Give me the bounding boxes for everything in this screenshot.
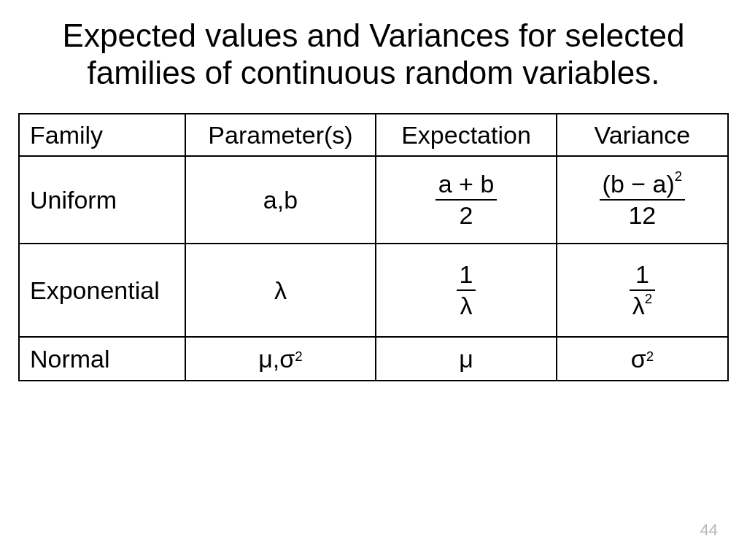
frac-num: a + b: [436, 171, 498, 198]
table-wrapper: Family Parameter(s) Expectation Variance…: [13, 113, 734, 381]
fraction: 1 λ2: [630, 262, 655, 319]
fraction: a + b 2: [436, 171, 498, 229]
cell-family: Uniform: [20, 157, 185, 243]
cell-variance: 1 λ2: [557, 244, 727, 336]
cell-expectation: μ: [376, 338, 555, 380]
header-variance: Variance: [557, 114, 727, 155]
cell-params: λ: [186, 244, 376, 336]
frac-bar: [600, 199, 686, 201]
slide: Expected values and Variances for select…: [0, 0, 747, 560]
cell-variance: σ2: [557, 338, 727, 380]
header-family: Family: [20, 114, 185, 155]
distribution-table: Family Parameter(s) Expectation Variance…: [18, 113, 729, 381]
table-row: Normal μ,σ2 μ σ2: [19, 337, 728, 381]
frac-num: 1: [632, 262, 652, 288]
frac-den: λ: [457, 293, 476, 319]
cell-expectation: 1 λ: [376, 244, 555, 336]
cell-variance: (b − a)2 12: [557, 157, 727, 243]
table-header-row: Family Parameter(s) Expectation Variance: [19, 114, 728, 156]
cell-expectation: a + b 2: [376, 157, 555, 243]
table-row: Exponential λ 1 λ 1 λ2: [19, 244, 728, 337]
frac-den: 12: [625, 203, 659, 229]
frac-num: (b − a)2: [600, 171, 686, 198]
frac-num: 1: [457, 262, 476, 288]
cell-family: Normal: [20, 338, 185, 380]
fraction: 1 λ: [457, 262, 476, 319]
frac-den: 2: [457, 203, 476, 229]
frac-den: λ2: [630, 293, 655, 319]
superscript: 2: [295, 349, 302, 365]
cell-family: Exponential: [20, 244, 185, 336]
superscript: 2: [675, 168, 682, 184]
cell-params: a,b: [186, 157, 376, 243]
frac-bar: [436, 199, 498, 201]
superscript: 2: [646, 349, 654, 365]
slide-number: 44: [700, 521, 718, 540]
table-row: Uniform a,b a + b 2 (b − a)2 12: [19, 156, 728, 244]
superscript: 2: [645, 291, 652, 306]
fraction: (b − a)2 12: [600, 171, 686, 229]
slide-title: Expected values and Variances for select…: [13, 18, 734, 91]
cell-params: μ,σ2: [186, 338, 376, 380]
frac-bar: [457, 289, 476, 291]
header-parameters: Parameter(s): [186, 114, 376, 155]
header-expectation: Expectation: [376, 114, 555, 155]
